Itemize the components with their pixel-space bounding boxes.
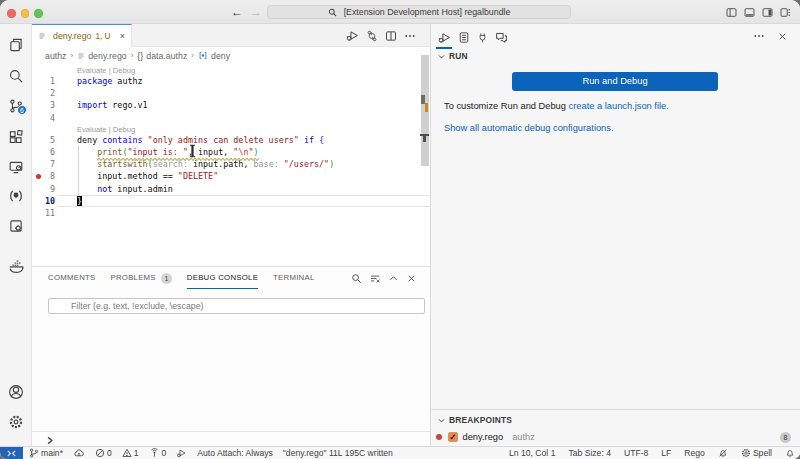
accounts-icon[interactable] <box>8 385 23 400</box>
back-button[interactable]: ← <box>231 1 243 23</box>
zoom-window-button[interactable] <box>34 9 43 18</box>
status-cloud[interactable] <box>73 448 85 458</box>
run-section-header[interactable]: RUN <box>437 51 468 61</box>
views-more-actions-icon[interactable] <box>753 30 765 42</box>
status-rego[interactable]: Rego <box>684 448 705 458</box>
status-lf[interactable]: LF <box>661 448 671 458</box>
opa-regal-icon[interactable] <box>8 189 23 204</box>
remote-indicator[interactable] <box>0 447 23 459</box>
show-all-configurations-link[interactable]: Show all automatic debug configurations. <box>444 123 614 133</box>
open-changes-icon[interactable] <box>366 30 378 42</box>
more-actions-icon[interactable] <box>404 30 416 42</box>
panel-maximize-icon[interactable] <box>388 273 399 284</box>
line-number: 11 <box>32 207 55 219</box>
explorer-icon[interactable] <box>8 38 23 53</box>
gear-small-icon <box>741 448 751 458</box>
status-right-items: Ln 10, Col 1Tab Size: 4UTF-8LFRegoSpell <box>509 448 795 458</box>
minimize-window-button[interactable] <box>21 9 30 18</box>
status-tab-size-4[interactable]: Tab Size: 4 <box>568 448 611 458</box>
extensions-icon[interactable] <box>8 130 23 145</box>
run-or-debug-icon[interactable] <box>346 29 359 42</box>
breakpoint-path: authz <box>512 432 535 442</box>
panel-tab-problems[interactable]: PROBLEMS1 <box>110 267 171 289</box>
editor-group: deny.rego 1, U × authz›deny.rego›{}data.… <box>32 24 431 446</box>
breakpoint-checkbox[interactable]: ✓ <box>448 432 458 442</box>
remote-explorer-icon[interactable] <box>8 160 23 175</box>
report-view-icon[interactable] <box>457 28 470 47</box>
show-all-configurations: Show all automatic debug configurations. <box>444 123 614 133</box>
debug-console-input-row[interactable] <box>32 431 430 448</box>
run-and-debug-button[interactable]: Run and Debug <box>512 72 718 91</box>
close-window-button[interactable] <box>7 9 16 18</box>
status-bell-slash[interactable] <box>718 448 728 458</box>
ports-icon <box>149 448 160 458</box>
panel-search-icon[interactable] <box>351 273 362 284</box>
status-item-label: 0 <box>162 448 167 458</box>
breadcrumb-namespace[interactable]: data.authz <box>146 51 187 61</box>
command-center-title: [Extension Development Host] regalbundle <box>344 7 511 17</box>
toggle-secondary-sidebar-icon[interactable] <box>762 7 773 18</box>
breadcrumb-folder[interactable]: authz <box>45 51 67 61</box>
breakpoint-row[interactable]: ✓ deny.rego authz 8 <box>431 429 800 445</box>
close-secondary-sidebar-icon[interactable] <box>777 31 788 42</box>
status-1[interactable]: 1 <box>122 448 139 458</box>
status-bell[interactable] <box>785 448 795 458</box>
tab-close-icon[interactable]: × <box>120 32 125 41</box>
plug-view-icon[interactable] <box>476 28 489 47</box>
tab-deny-rego[interactable]: deny.rego 1, U × <box>32 24 132 47</box>
containers-icon[interactable] <box>8 219 23 234</box>
debug-console-filter-input[interactable] <box>48 298 425 314</box>
branch-icon <box>29 448 39 458</box>
breakpoints-section-header[interactable]: BREAKPOINTS <box>437 415 512 425</box>
breadcrumb-file[interactable]: deny.rego <box>88 51 126 61</box>
vscode-window: ← → [Extension Development Host] regalbu… <box>0 0 800 459</box>
run-welcome-text: To customize Run and Debug create a laun… <box>444 101 669 111</box>
status-item-label: UTF-8 <box>624 448 648 458</box>
status-auto-attach-always[interactable]: Auto Attach: Always <box>197 448 272 458</box>
split-editor-icon[interactable] <box>385 30 397 42</box>
code-editor[interactable]: Evaluate | Debug1package authz23import r… <box>32 64 430 266</box>
status-debug-status[interactable] <box>176 448 187 458</box>
status-ln-10-col-1[interactable]: Ln 10, Col 1 <box>509 448 555 458</box>
panel-tab-terminal[interactable]: TERMINAL <box>273 267 314 289</box>
panel-tab-comments[interactable]: COMMENTS <box>48 267 95 289</box>
line-number: 6 <box>32 146 55 158</box>
panel-tab-debug-console[interactable]: DEBUG CONSOLE <box>187 267 258 289</box>
toggle-sidebar-icon[interactable] <box>726 7 737 18</box>
panel-filter-icon[interactable] <box>369 273 381 284</box>
code-line-11: 11 <box>32 207 430 219</box>
breakpoint-line-badge: 8 <box>780 432 791 443</box>
status-0[interactable]: 0 <box>149 448 167 458</box>
status-main[interactable]: main* <box>29 448 63 458</box>
tab-bar: deny.rego 1, U × <box>32 24 430 47</box>
panel-close-icon[interactable] <box>406 273 417 284</box>
comment-discussion-view-icon[interactable] <box>495 28 508 47</box>
status-item-label: Auto Attach: Always <box>197 448 272 458</box>
status-0[interactable]: 0 <box>95 448 112 458</box>
create-launch-json-link[interactable]: create a launch.json file. <box>569 101 669 111</box>
warning-icon <box>122 448 132 458</box>
debug-view-icon[interactable] <box>438 28 451 47</box>
status-item-label: "deny.rego" 11L 195C written <box>283 448 393 458</box>
line-number: 9 <box>32 183 55 195</box>
status-spell[interactable]: Spell <box>741 448 772 458</box>
command-center[interactable]: [Extension Development Host] regalbundle <box>267 5 571 19</box>
code-lens[interactable]: Evaluate | Debug <box>77 125 135 134</box>
breadcrumb-symbol[interactable]: deny <box>211 51 230 61</box>
tab-decoration: 1, U <box>95 32 110 41</box>
customize-layout-icon[interactable] <box>780 7 791 18</box>
status-utf-8[interactable]: UTF-8 <box>624 448 648 458</box>
docker-icon[interactable] <box>8 259 24 274</box>
search-icon[interactable] <box>8 69 23 84</box>
status-item-label: LF <box>661 448 671 458</box>
code-lens[interactable]: Evaluate | Debug <box>77 66 135 75</box>
forward-button[interactable]: → <box>250 1 262 23</box>
status-deny-rego-11l-195c-written[interactable]: "deny.rego" 11L 195C written <box>283 448 393 458</box>
status-item-label: Tab Size: 4 <box>568 448 611 458</box>
toggle-panel-icon[interactable] <box>744 7 755 18</box>
breadcrumb: authz›deny.rego›{}data.authz›deny <box>32 47 430 64</box>
bottom-panel: COMMENTSPROBLEMS1DEBUG CONSOLETERMINAL <box>32 266 430 446</box>
line-number: 8 <box>32 170 55 182</box>
settings-icon[interactable] <box>8 415 23 430</box>
line-number: 1 <box>32 75 55 87</box>
